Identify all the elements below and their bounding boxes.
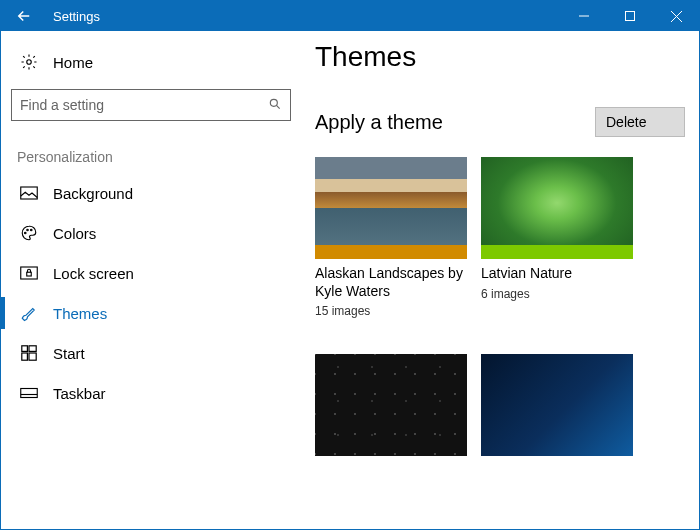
category-label: Personalization xyxy=(17,149,291,165)
svg-point-10 xyxy=(31,229,33,231)
svg-rect-7 xyxy=(21,187,38,199)
back-button[interactable] xyxy=(1,1,47,31)
theme-item[interactable]: Alaskan Landscapes by Kyle Waters 15 ima… xyxy=(315,157,467,318)
home-label: Home xyxy=(41,54,93,71)
search-input[interactable]: Find a setting xyxy=(11,89,291,121)
theme-item[interactable]: Latvian Nature 6 images xyxy=(481,157,633,318)
theme-thumbnail xyxy=(481,157,633,259)
svg-rect-12 xyxy=(27,272,32,276)
sidebar-item-label: Colors xyxy=(41,225,96,242)
theme-grid: Alaskan Landscapes by Kyle Waters 15 ima… xyxy=(315,157,685,456)
main-panel: Themes Apply a theme Delete Alaskan Land… xyxy=(301,31,699,529)
svg-line-6 xyxy=(276,105,279,108)
sidebar-item-label: Themes xyxy=(41,305,107,322)
window-title: Settings xyxy=(47,9,561,24)
theme-name: Alaskan Landscapes by Kyle Waters xyxy=(315,265,467,300)
sidebar-item-label: Start xyxy=(41,345,85,362)
home-button[interactable]: Home xyxy=(11,43,291,81)
lock-screen-icon xyxy=(17,266,41,280)
titlebar: Settings xyxy=(1,1,699,31)
search-icon xyxy=(268,97,282,114)
theme-thumbnail xyxy=(315,354,467,456)
theme-item[interactable] xyxy=(315,354,467,456)
page-title: Themes xyxy=(315,41,685,73)
theme-accent xyxy=(315,245,467,259)
theme-count: 15 images xyxy=(315,304,467,318)
svg-point-5 xyxy=(270,99,277,106)
svg-rect-14 xyxy=(29,346,36,352)
sidebar: Home Find a setting Personalization Back… xyxy=(1,31,301,529)
svg-rect-1 xyxy=(626,12,635,21)
brush-icon xyxy=(17,304,41,322)
svg-rect-17 xyxy=(21,389,38,398)
theme-item[interactable] xyxy=(481,354,633,456)
svg-rect-13 xyxy=(22,346,28,352)
sidebar-item-label: Taskbar xyxy=(41,385,106,402)
theme-thumbnail xyxy=(315,157,467,259)
theme-thumbnail xyxy=(481,354,633,456)
theme-name: Latvian Nature xyxy=(481,265,633,283)
image-icon xyxy=(17,186,41,200)
taskbar-icon xyxy=(17,387,41,399)
palette-icon xyxy=(17,224,41,242)
svg-rect-15 xyxy=(22,353,28,360)
sidebar-item-lockscreen[interactable]: Lock screen xyxy=(11,253,291,293)
sidebar-item-taskbar[interactable]: Taskbar xyxy=(11,373,291,413)
theme-count: 6 images xyxy=(481,287,633,301)
search-placeholder: Find a setting xyxy=(20,97,268,113)
maximize-button[interactable] xyxy=(607,1,653,31)
svg-point-8 xyxy=(25,232,27,234)
section-title: Apply a theme xyxy=(315,111,595,134)
sidebar-item-label: Background xyxy=(41,185,133,202)
content: Home Find a setting Personalization Back… xyxy=(1,31,699,529)
svg-point-9 xyxy=(27,229,29,231)
sidebar-item-background[interactable]: Background xyxy=(11,173,291,213)
minimize-button[interactable] xyxy=(561,1,607,31)
sidebar-item-themes[interactable]: Themes xyxy=(11,293,291,333)
theme-accent xyxy=(481,245,633,259)
svg-point-4 xyxy=(27,60,32,65)
sidebar-item-start[interactable]: Start xyxy=(11,333,291,373)
gear-icon xyxy=(17,53,41,71)
close-button[interactable] xyxy=(653,1,699,31)
start-icon xyxy=(17,345,41,361)
sidebar-item-label: Lock screen xyxy=(41,265,134,282)
svg-rect-16 xyxy=(29,353,36,360)
delete-button[interactable]: Delete xyxy=(595,107,685,137)
sidebar-item-colors[interactable]: Colors xyxy=(11,213,291,253)
